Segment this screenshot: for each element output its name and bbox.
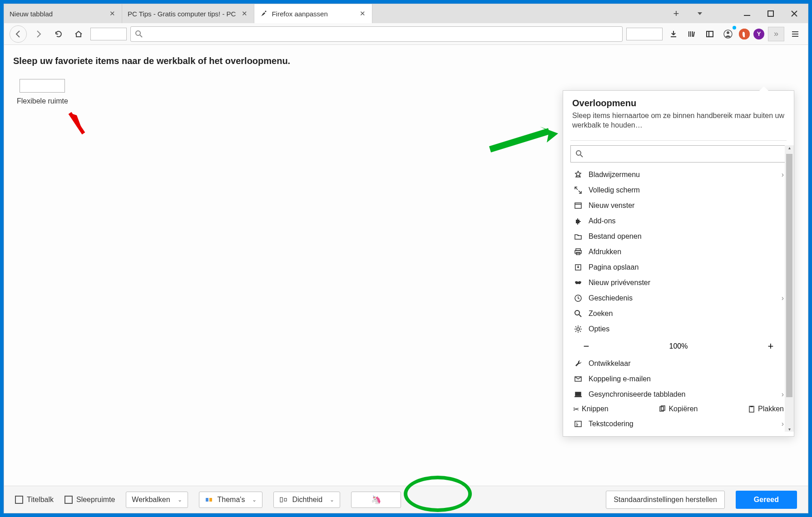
scissors-icon: ✂ — [573, 405, 579, 414]
themes-dropdown[interactable]: Thema's ⌄ — [199, 492, 263, 508]
flexible-space-placeholder[interactable] — [626, 28, 663, 40]
item-label: Ontwikkelaar — [589, 359, 630, 368]
clock-icon — [573, 293, 583, 303]
print-icon — [573, 247, 583, 257]
cut-button[interactable]: ✂Knippen — [573, 405, 609, 414]
item-label: Opties — [589, 325, 609, 333]
zoom-in-button[interactable]: + — [764, 340, 777, 353]
tab-pctips[interactable]: PC Tips - Gratis computer tips! - PC ✕ — [122, 4, 254, 23]
overflow-item-open-file[interactable]: Bestand openen — [570, 229, 787, 244]
overflow-item-fullscreen[interactable]: Volledig scherm — [570, 182, 787, 198]
overflow-item-email-link[interactable]: Koppeling e-mailen — [570, 371, 787, 387]
overflow-desc: Sleep items hiernaartoe om ze binnen han… — [572, 111, 785, 130]
overflow-item-new-window[interactable]: Nieuw venster — [570, 198, 787, 213]
new-tab-button[interactable]: + — [667, 5, 685, 23]
svg-rect-17 — [575, 392, 581, 396]
chevron-right-icon: › — [782, 294, 784, 302]
overflow-item-save-page[interactable]: Pagina opslaan — [570, 260, 787, 275]
puzzle-icon — [573, 216, 583, 226]
done-button[interactable]: Gereed — [736, 491, 797, 509]
yahoo-icon[interactable]: Y — [753, 29, 764, 39]
window-maximize-icon[interactable] — [762, 5, 780, 23]
svg-point-14 — [575, 310, 579, 315]
item-label: Pagina opslaan — [589, 263, 639, 271]
library-icon[interactable] — [684, 27, 699, 41]
zoom-controls: − 100% + — [570, 337, 787, 356]
tabs-dropdown-icon[interactable] — [691, 5, 709, 23]
save-icon — [573, 262, 583, 272]
fullscreen-icon — [573, 185, 583, 195]
sidebar-icon[interactable] — [703, 27, 717, 41]
zoom-out-button[interactable]: − — [579, 340, 593, 353]
zoom-value: 100% — [669, 342, 688, 350]
tab-customize[interactable]: Firefox aanpassen ✕ — [254, 4, 372, 23]
restore-defaults-button[interactable]: Standaardinstellingen herstellen — [606, 491, 725, 509]
chevron-right-icon: › — [782, 171, 784, 179]
svg-point-2 — [136, 31, 140, 35]
flexible-space-box — [20, 79, 65, 93]
item-label: Koppeling e-mailen — [589, 375, 651, 383]
svg-rect-23 — [206, 498, 208, 502]
hamburger-menu-icon[interactable] — [788, 27, 802, 41]
density-dropdown[interactable]: Dichtheid ⌄ — [273, 492, 340, 508]
flexible-space-item[interactable]: Flexibele ruimte — [17, 79, 68, 105]
paste-button[interactable]: Plakken — [748, 405, 784, 413]
overflow-item-private[interactable]: Nieuw privévenster — [570, 275, 787, 291]
item-label: Nieuw venster — [589, 202, 634, 210]
reload-button[interactable] — [50, 26, 67, 42]
unicorn-button[interactable]: 🦄 — [351, 492, 401, 508]
downloads-icon[interactable] — [666, 27, 681, 41]
svg-rect-24 — [209, 498, 212, 502]
copy-button[interactable]: Kopiëren — [659, 405, 698, 413]
item-label: Nieuw privévenster — [589, 279, 650, 287]
overflow-title: Overloopmenu — [572, 98, 785, 108]
flexible-space-label: Flexibele ruimte — [17, 97, 68, 105]
overflow-item-search[interactable]: Zoeken — [570, 306, 787, 321]
overflow-item-developer[interactable]: Ontwikkelaar — [570, 356, 787, 371]
svg-rect-21 — [750, 406, 753, 407]
flexible-space-placeholder[interactable] — [90, 28, 127, 40]
unicorn-icon: 🦄 — [371, 495, 381, 505]
overflow-item-print[interactable]: Afdrukken — [570, 244, 787, 260]
overflow-item-addons[interactable]: Add-ons — [570, 213, 787, 229]
search-icon — [575, 150, 584, 158]
titlebar-checkbox[interactable]: Titelbalk — [15, 496, 54, 504]
window-icon — [573, 201, 583, 211]
close-icon[interactable]: ✕ — [358, 10, 366, 18]
chevron-down-icon: ⌄ — [178, 497, 182, 503]
back-button[interactable] — [10, 25, 27, 43]
close-icon[interactable]: ✕ — [108, 10, 116, 18]
close-icon[interactable]: ✕ — [240, 10, 248, 18]
overflow-search-input[interactable] — [570, 145, 787, 162]
scrollbar[interactable]: ▴▾ — [785, 145, 794, 432]
search-icon — [573, 309, 583, 319]
overflow-item-options[interactable]: Opties — [570, 321, 787, 337]
duckduckgo-icon[interactable] — [739, 29, 750, 39]
toolbars-dropdown[interactable]: Werkbalken ⌄ — [126, 492, 188, 508]
item-label: Gesynchroniseerde tabbladen — [589, 390, 685, 399]
overflow-item-synced-tabs[interactable]: Gesynchroniseerde tabbladen › — [570, 387, 787, 402]
overflow-item-history[interactable]: Geschiedenis › — [570, 291, 787, 306]
checkbox-label: Titelbalk — [27, 496, 54, 504]
density-icon — [279, 496, 287, 504]
overflow-item-bookmarks[interactable]: Bladwijzermenu › — [570, 167, 787, 182]
tab-new[interactable]: Nieuw tabblad ✕ — [4, 4, 122, 23]
tab-label: PC Tips - Gratis computer tips! - PC — [128, 10, 236, 18]
window-minimize-icon[interactable] — [738, 5, 756, 23]
url-bar[interactable] — [130, 26, 623, 42]
account-icon[interactable] — [721, 27, 735, 41]
item-label: Zoeken — [589, 310, 613, 318]
home-button[interactable] — [70, 26, 87, 42]
laptop-icon — [573, 389, 583, 399]
theme-icon — [205, 496, 213, 504]
checkbox-icon — [15, 496, 23, 504]
dragspace-checkbox[interactable]: Sleepruimte — [64, 496, 115, 504]
overflow-button[interactable]: » — [768, 27, 784, 41]
svg-point-15 — [577, 328, 579, 330]
item-label: Bestand openen — [589, 232, 642, 241]
window-close-icon[interactable] — [785, 5, 803, 23]
wrench-icon — [573, 359, 583, 369]
overflow-item-encoding[interactable]: Tekstcodering › — [570, 416, 787, 432]
forward-button[interactable] — [30, 26, 47, 42]
edit-controls: ✂Knippen Kopiëren Plakken — [570, 402, 787, 416]
